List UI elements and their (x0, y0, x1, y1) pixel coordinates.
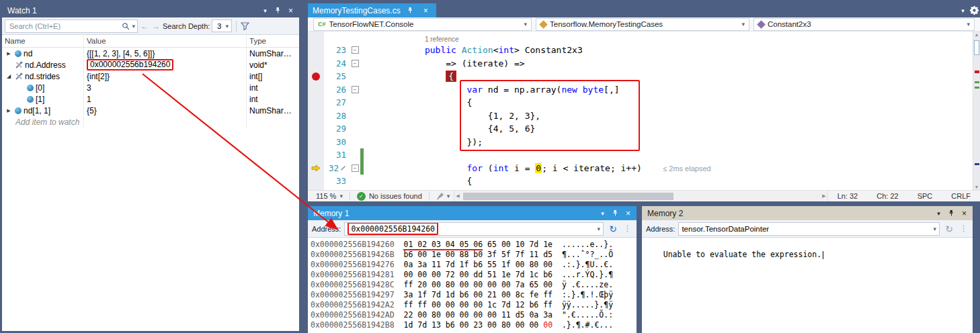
pin-icon[interactable] (610, 208, 621, 219)
memory-address: 0x000002556B1942B8 (311, 320, 395, 330)
scroll-down-icon[interactable]: ▼ (973, 185, 980, 189)
close-icon[interactable]: × (958, 208, 970, 219)
memory-bytes: 00 00 00 72 00 dd 51 1e 7d 1c b6 (403, 270, 553, 279)
watch-row[interactable]: nd.Address0x000002556b194260void* (2, 59, 299, 70)
editor-tab[interactable]: MemoryTestingCases.cs × (308, 3, 436, 17)
memory2-address-value[interactable]: tensor.TensorDataPointer (682, 225, 769, 233)
breakpoint-icon[interactable] (312, 73, 320, 81)
project-dropdown[interactable]: C# TensorFlowNET.Console ▾ (313, 18, 532, 31)
watch-value[interactable]: 1 (84, 93, 247, 105)
scrollbar-change-mark (975, 81, 979, 83)
watch-row[interactable]: [0]3int (2, 82, 299, 93)
code-cleanup-button[interactable]: ▾ (432, 192, 454, 200)
code-line[interactable]: 27 { (308, 96, 973, 109)
scrollbar-thumb[interactable] (974, 40, 979, 55)
code-line[interactable]: 31 (308, 148, 973, 162)
status-eol: CRLF (942, 192, 980, 200)
memory2-address-combo[interactable]: tensor.TensorDataPointer ▾ (678, 222, 940, 236)
toolbar-overflow-icon[interactable]: ⋮ (958, 224, 969, 233)
memory1-panel: Memory 1 ▾ × Address: 0x000002556B194260… (308, 206, 637, 333)
column-header-name[interactable]: Name (2, 35, 84, 47)
watch-name: nd.strides (25, 72, 60, 81)
search-next-icon[interactable]: → (151, 21, 161, 31)
watch-row[interactable]: [1]1int (2, 93, 299, 105)
tab-pin-icon[interactable] (405, 5, 416, 16)
close-icon[interactable]: × (285, 5, 296, 16)
member-dropdown[interactable]: Constant2x3 ▾ (753, 18, 975, 31)
fold-toggle-icon[interactable]: − (352, 164, 359, 172)
csharp-project-icon: C# (318, 21, 326, 28)
code-line[interactable]: 26− var nd = np.array(new byte[,] (308, 83, 973, 97)
pin-icon[interactable] (272, 5, 284, 16)
tabwell-chevron-icon[interactable]: ▾ (957, 5, 969, 16)
filter-icon[interactable] (241, 22, 249, 30)
code-line[interactable]: 29 {4, 5, 6} (308, 122, 973, 136)
search-input[interactable] (9, 22, 120, 30)
search-previous-icon[interactable]: ← (140, 21, 149, 31)
code-line[interactable]: 23− public Action<int> Constant2x3 (308, 44, 973, 57)
watch-value[interactable]: 0x000002556b194260 (84, 59, 247, 70)
watch-name: nd[1, 1] (24, 106, 50, 115)
code-line[interactable]: 33 { (308, 175, 973, 188)
pin-icon[interactable] (946, 208, 957, 219)
watch-value[interactable]: {5} (84, 105, 247, 116)
window-position-icon[interactable]: ▾ (259, 5, 271, 16)
zoom-select[interactable]: 115 % ▾ (312, 192, 347, 200)
code-editor[interactable]: 1 reference23− public Action<int> Consta… (308, 32, 980, 190)
scroll-up-icon[interactable]: ▲ (973, 32, 980, 37)
memory-ascii: ¶...ˆ°?_..Õ (562, 250, 613, 259)
code-line[interactable]: 24− => (iterate) => (308, 57, 973, 70)
vertical-scrollbar[interactable]: ▲ ▼ (973, 32, 980, 190)
search-options-chevron-icon[interactable]: ▾ (132, 23, 135, 30)
issues-indicator[interactable]: ✓ No issues found (353, 192, 426, 201)
fold-toggle-icon[interactable]: − (352, 46, 359, 54)
column-header-type[interactable]: Type (247, 35, 299, 47)
watch-row[interactable]: ◢nd.strides{int[2]}int[] (2, 70, 299, 82)
type-dropdown[interactable]: Tensorflow.MemoryTestingCases ▾ (536, 18, 749, 31)
column-header-value[interactable]: Value (84, 35, 247, 47)
code-line[interactable]: 28 {1, 2, 3}, (308, 109, 973, 123)
expander-collapsed-icon[interactable]: ▶ (5, 51, 13, 56)
fold-toggle-icon[interactable]: − (352, 60, 359, 67)
memory2-content[interactable]: Unable to evaluate the expression. (642, 238, 973, 333)
refresh-icon[interactable]: ↻ (607, 224, 619, 234)
code-line[interactable]: 25 { (308, 70, 973, 83)
refresh-icon[interactable]: ↻ (943, 224, 955, 234)
memory1-address-value[interactable]: 0x000002556B194260 (351, 224, 435, 234)
class-icon (539, 20, 548, 29)
memory1-rows[interactable]: 0x000002556B194260 01 02 03 04 05 06 65 … (308, 238, 637, 333)
expander-expanded-icon[interactable]: ◢ (5, 73, 13, 79)
memory2-panel: Memory 2 ▾ × Address: tensor.TensorDataP… (642, 206, 973, 333)
add-watch-row[interactable]: Add item to watch (2, 116, 299, 128)
watch-row[interactable]: ▶nd[1, 1]{5}NumShar… (2, 105, 299, 116)
window-position-icon[interactable]: ▾ (597, 208, 608, 219)
expander-collapsed-icon[interactable]: ▶ (5, 108, 13, 113)
watch-value[interactable]: {int[2]} (84, 70, 247, 82)
code-line[interactable]: 1 reference (308, 33, 973, 44)
toolbar-overflow-icon[interactable]: ⋮ (622, 224, 632, 233)
fold-toggle-icon[interactable]: − (352, 86, 359, 93)
watch-row[interactable]: ▶nd{[[1, 2, 3], [4, 5, 6]]}NumShar… (2, 48, 299, 59)
window-position-icon[interactable]: ▾ (933, 208, 944, 219)
scroll-right-icon[interactable]: ▶ (822, 193, 825, 199)
current-statement-arrow-icon[interactable] (311, 164, 321, 172)
code-line[interactable]: 30 }); (308, 136, 973, 149)
hscrollbar-thumb[interactable] (463, 193, 673, 200)
close-icon[interactable]: × (622, 208, 634, 219)
tabwell-settings-gear-icon[interactable] (969, 5, 980, 16)
watch-search-box[interactable]: ▾ (5, 19, 138, 33)
watch-value[interactable]: 3 (84, 82, 247, 93)
memory-row: 0x000002556B1942AD 22 00 80 00 00 00 00 … (311, 310, 637, 320)
tab-close-icon[interactable]: × (420, 5, 432, 16)
watch-name: nd.Address (25, 60, 66, 70)
code-line[interactable]: 32− for (int i = 0; i < iterate; i++) ≤ … (308, 162, 973, 175)
combo-chevron-icon[interactable]: ▾ (933, 226, 936, 232)
watch-value[interactable]: {[[1, 2, 3], [4, 5, 6]]} (84, 48, 247, 59)
project-dropdown-value: TensorFlowNET.Console (329, 20, 414, 28)
horizontal-scrollbar[interactable]: ◀ ▶ (454, 191, 827, 201)
search-icon[interactable] (122, 22, 130, 30)
memory1-address-combo[interactable]: 0x000002556B194260 ▾ (344, 222, 604, 236)
memory-bytes: ff 20 00 80 00 00 00 00 7a 65 00 (403, 280, 553, 289)
search-depth-select[interactable]: 3 ▾ (212, 19, 232, 32)
combo-chevron-icon[interactable]: ▾ (597, 226, 600, 232)
